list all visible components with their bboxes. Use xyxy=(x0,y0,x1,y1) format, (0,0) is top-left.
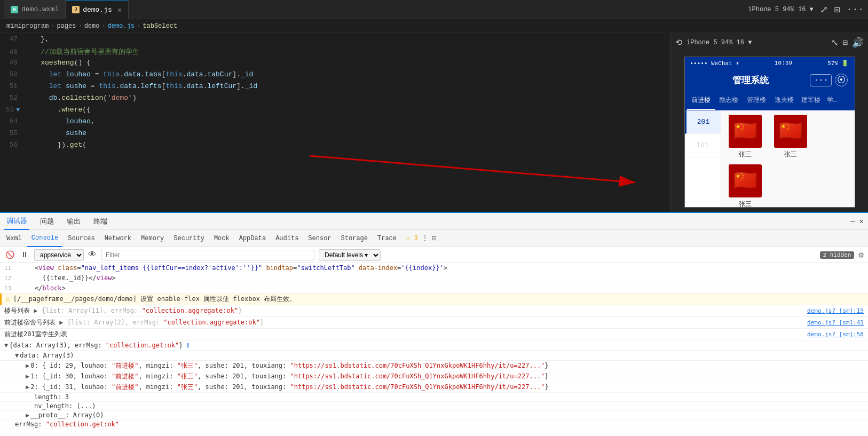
line-number: 53 ▼ xyxy=(0,106,24,114)
debug-tab-terminal[interactable]: 终端 xyxy=(91,213,109,230)
dt-tab-wxml[interactable]: Wxml xyxy=(2,230,26,247)
phone-toolbar: ⟲ iPhone 5 94% 16 ▼ ⤡ ⊟ 🔊 xyxy=(671,33,868,52)
phone-tab-0[interactable]: 前进楼 xyxy=(687,91,715,110)
phone-device-label: iPhone 5 94% 16 ▼ xyxy=(686,39,752,46)
phone-nav-title: 管理系统 xyxy=(732,74,769,86)
debug-tab-issues[interactable]: 问题 xyxy=(38,213,56,230)
student-card-0[interactable]: 🇨🇳 张三 xyxy=(725,115,766,159)
student-avatar-0: 🇨🇳 xyxy=(729,115,762,148)
line-content: .where({ xyxy=(24,106,91,114)
line-number: 48 xyxy=(0,48,24,56)
line-content: }).get( xyxy=(24,141,86,149)
phone-screen: ••••• WeChat ▾ 10:39 57% 🔋 管理系统 ··· ⦿ 前进… xyxy=(684,57,855,208)
tab-js-close[interactable]: ✕ xyxy=(117,5,122,14)
code-line: 50 let louhao = this.data.tabs[this.data… xyxy=(0,70,670,82)
devtools-tab-bar: Wxml Console Sources Network Memory Secu… xyxy=(0,230,868,247)
log-students-link[interactable]: demo.js? [sm]:58 xyxy=(807,331,864,338)
log-louhao-link[interactable]: demo.js? [sm]:19 xyxy=(807,307,864,314)
line-number: 56 xyxy=(0,141,24,149)
toolbar-icon-2[interactable]: ⊡ xyxy=(834,4,840,15)
dt-more-icon[interactable]: ⋮ xyxy=(421,234,429,243)
eye-btn[interactable]: 👁 xyxy=(88,250,97,260)
levels-select[interactable]: Default levels ▾ xyxy=(319,249,381,261)
service-select[interactable]: appservice xyxy=(34,249,84,261)
dt-tab-console[interactable]: Console xyxy=(27,230,62,247)
log-data-array: ▼ data: Array(3) xyxy=(0,351,868,361)
minimize-icon[interactable]: — xyxy=(850,217,855,226)
toolbar-more[interactable]: ··· xyxy=(847,4,864,15)
phone-expand-icon[interactable]: ⤡ xyxy=(831,37,838,48)
tab-wxml[interactable]: W demo.wxml xyxy=(4,0,66,19)
debug-tab-debugger[interactable]: 调试器 xyxy=(4,213,29,230)
settings-btn[interactable]: ⚙ xyxy=(858,250,864,260)
dt-tab-sensor[interactable]: Sensor xyxy=(304,230,335,247)
dt-tab-audits[interactable]: Audits xyxy=(271,230,303,247)
dt-tab-sources[interactable]: Sources xyxy=(64,230,99,247)
pause-btn[interactable]: ⏸ xyxy=(19,250,30,260)
expand-right-proto[interactable]: ▶ xyxy=(26,411,29,419)
line-number: 51 xyxy=(0,82,24,90)
wxml-icon: W xyxy=(11,6,18,13)
phone-navbar: 管理系统 ··· ⦿ xyxy=(685,69,855,91)
close-icon[interactable]: ✕ xyxy=(859,217,864,226)
line-content: let sushe = this.data.lefts[this.data.le… xyxy=(24,82,257,90)
phone-rotate-icon[interactable]: ⟲ xyxy=(675,37,682,48)
device-label[interactable]: iPhone 5 94% 16 ▼ xyxy=(748,6,813,13)
log-length-text: length: 3 xyxy=(34,393,69,401)
code-line: 53 ▼ .where({ xyxy=(0,106,670,117)
phone-tab-4[interactable]: 建军楼 xyxy=(798,91,824,110)
expand-down-icon-2[interactable]: ▼ xyxy=(15,352,19,359)
phone-tab-5[interactable]: 学… xyxy=(824,91,840,110)
phone-list-item-201[interactable]: 201 xyxy=(685,110,721,134)
console-action-bar: 🚫 ⏸ appservice 👁 Default levels ▾ 2 hidd… xyxy=(0,247,868,263)
phone-body: 201 101 🇨🇳 张三 🇨🇳 张三 xyxy=(685,110,855,207)
log-item-1-text: 1: {_id: 30, louhao: "前进楼", mingzi: "张三"… xyxy=(30,372,864,381)
line-content: //加载当前宿舍号里所有的学生 xyxy=(24,47,139,57)
line-number: 49 xyxy=(0,59,24,67)
phone-list-item-101[interactable]: 101 xyxy=(685,134,721,157)
dt-warning-count: ⚠ 3 xyxy=(406,234,418,242)
log-proto: ▶ __proto__: Array(0) xyxy=(0,411,868,420)
console-output: 11 <view class="nav_left_items {{leftCur… xyxy=(0,263,868,436)
phone-home-btn[interactable]: ⦿ xyxy=(835,74,848,86)
phone-tab-2[interactable]: 管理楼 xyxy=(743,91,770,110)
phone-tab-3[interactable]: 逸夫楼 xyxy=(770,91,798,110)
phone-tab-1[interactable]: 励志楼 xyxy=(715,91,743,110)
dt-tab-mock[interactable]: Mock xyxy=(210,230,234,247)
dt-tab-appdata[interactable]: AppData xyxy=(235,230,270,247)
log-dorm: 前进楼宿舍号列表 ▶ {list: Array(2), errMsg: "col… xyxy=(0,317,868,329)
dt-tab-storage[interactable]: Storage xyxy=(337,230,372,247)
log-dorm-link[interactable]: demo.js? [sm]:41 xyxy=(807,319,864,326)
student-avatar-2: 🇨🇳 xyxy=(729,164,762,197)
code-line: 54 louhao, xyxy=(0,117,670,129)
code-editor: 47 }, 48 //加载当前宿舍号里所有的学生 49 xuesheng() {… xyxy=(0,33,670,212)
expand-down-icon[interactable]: ▼ xyxy=(4,342,8,349)
console-warning: ⚠ [/__pageframe__/pages/demo/demo] 设置 en… xyxy=(0,294,868,305)
line-content: louhao, xyxy=(24,117,95,125)
tab-js[interactable]: J demo.js ✕ xyxy=(66,0,129,19)
expand-right-0[interactable]: ▶ xyxy=(26,362,29,369)
dt-tab-security[interactable]: Security xyxy=(169,230,209,247)
student-card-2[interactable]: 🇨🇳 张三 xyxy=(725,164,766,207)
dt-tab-network[interactable]: Network xyxy=(100,230,136,247)
clear-console-btn[interactable]: 🚫 xyxy=(4,250,15,260)
student-name-0: 张三 xyxy=(739,150,752,159)
dt-tab-memory[interactable]: Memory xyxy=(137,230,168,247)
dt-tab-trace[interactable]: Trace xyxy=(373,230,401,247)
toolbar-icon-1[interactable]: ⤢ xyxy=(820,4,828,15)
phone-split-icon[interactable]: ⊟ xyxy=(842,37,848,48)
code-line: 52 db.collection('demo') xyxy=(0,94,670,106)
student-card-1[interactable]: 🇨🇳 张三 xyxy=(771,115,811,159)
expand-right-1[interactable]: ▶ xyxy=(26,372,29,380)
bc-func: tabSelect xyxy=(143,22,177,30)
line-number: 47 xyxy=(0,35,24,43)
dt-undock-icon[interactable]: ⊡ xyxy=(432,234,436,243)
filter-input[interactable] xyxy=(101,250,314,260)
phone-menu-dots[interactable]: ··· xyxy=(810,74,832,86)
debug-tab-output[interactable]: 输出 xyxy=(65,213,83,230)
line-number: 54 xyxy=(0,117,24,125)
log-dorm-text: 前进楼宿舍号列表 ▶ {list: Array(2), errMsg: "col… xyxy=(4,318,801,327)
expand-right-2[interactable]: ▶ xyxy=(26,383,29,391)
phone-sound-icon[interactable]: 🔊 xyxy=(852,37,864,49)
bc-sep3: › xyxy=(101,22,105,30)
